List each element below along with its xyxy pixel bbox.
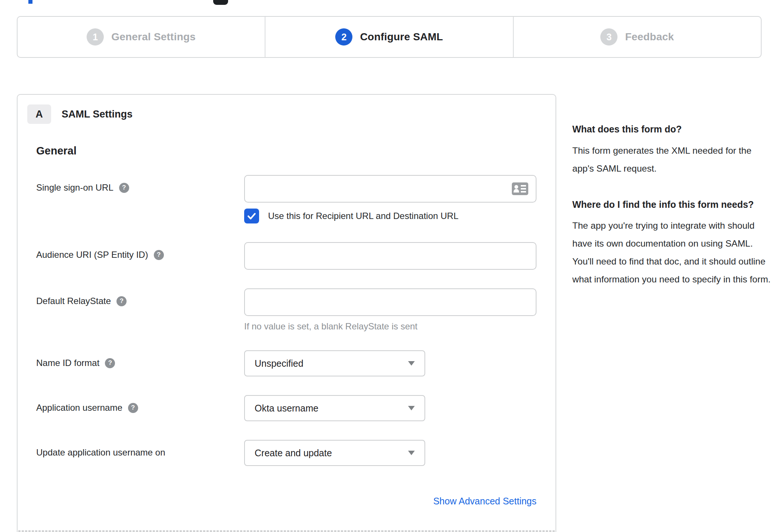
audience-uri-input[interactable] bbox=[244, 242, 536, 270]
field-row-name-id-format: Name ID format ? Unspecified bbox=[36, 350, 556, 376]
contact-card-icon bbox=[512, 182, 528, 197]
sso-url-label: Single sign-on URL bbox=[36, 182, 113, 193]
application-username-select[interactable]: Okta username bbox=[244, 395, 425, 421]
field-row-sso-url: Single sign-on URL ? bbox=[36, 175, 556, 223]
sidebar-paragraph-where: The app you're trying to integrate with … bbox=[572, 217, 774, 288]
field-row-update-username: Update application username on Create an… bbox=[36, 440, 556, 466]
sidebar-heading-what: What does this form do? bbox=[572, 122, 774, 137]
help-icon[interactable]: ? bbox=[128, 403, 138, 413]
step-number-badge: 3 bbox=[600, 28, 617, 46]
cutoff-dark-icon-fragment bbox=[213, 0, 228, 5]
sso-url-input-wrap bbox=[244, 175, 536, 203]
chevron-down-icon bbox=[408, 451, 415, 455]
panel-header: A SAML Settings bbox=[27, 104, 556, 124]
step-feedback[interactable]: 3 Feedback bbox=[513, 17, 761, 57]
panel-bottom-dashed-divider bbox=[18, 531, 555, 532]
field-row-audience-uri: Audience URI (SP Entity ID) ? bbox=[36, 242, 556, 270]
step-number-badge: 1 bbox=[87, 28, 104, 46]
step-configure-saml[interactable]: 2 Configure SAML bbox=[265, 17, 513, 57]
cutoff-blue-fragment bbox=[28, 0, 32, 4]
recipient-url-checkbox[interactable] bbox=[244, 209, 259, 223]
field-label-wrap: Default RelayState ? bbox=[36, 288, 244, 306]
application-username-label: Application username bbox=[36, 403, 122, 413]
step-label: Feedback bbox=[625, 31, 674, 43]
field-control: Create and update bbox=[244, 440, 536, 466]
relaystate-input[interactable] bbox=[244, 288, 536, 316]
name-id-format-label: Name ID format bbox=[36, 358, 99, 368]
field-control bbox=[244, 242, 536, 270]
show-advanced-settings-link[interactable]: Show Advanced Settings bbox=[433, 496, 536, 506]
wizard-stepper: 1 General Settings 2 Configure SAML 3 Fe… bbox=[17, 16, 762, 58]
field-row-application-username: Application username ? Okta username bbox=[36, 395, 556, 421]
step-label: Configure SAML bbox=[360, 31, 443, 43]
update-username-select[interactable]: Create and update bbox=[244, 440, 425, 466]
recipient-url-checkbox-row: Use this for Recipient URL and Destinati… bbox=[244, 209, 536, 223]
advanced-settings-row: Show Advanced Settings bbox=[36, 496, 536, 507]
help-icon[interactable]: ? bbox=[154, 250, 164, 260]
step-general-settings[interactable]: 1 General Settings bbox=[18, 17, 265, 57]
help-icon[interactable]: ? bbox=[116, 296, 127, 306]
field-label-wrap: Application username ? bbox=[36, 395, 244, 413]
selected-value: Unspecified bbox=[255, 358, 304, 369]
audience-uri-label: Audience URI (SP Entity ID) bbox=[36, 250, 148, 260]
field-row-relaystate: Default RelayState ? If no value is set,… bbox=[36, 288, 556, 332]
field-label-wrap: Single sign-on URL ? bbox=[36, 175, 244, 193]
saml-settings-panel: A SAML Settings General Single sign-on U… bbox=[17, 94, 556, 532]
field-control: If no value is set, a blank RelayState i… bbox=[244, 288, 536, 332]
selected-value: Okta username bbox=[255, 403, 318, 414]
recipient-url-checkbox-label[interactable]: Use this for Recipient URL and Destinati… bbox=[268, 211, 458, 221]
field-control: Unspecified bbox=[244, 350, 536, 376]
field-label-wrap: Name ID format ? bbox=[36, 350, 244, 368]
update-username-label: Update application username on bbox=[36, 447, 165, 458]
checkmark-icon bbox=[246, 211, 257, 221]
general-section-title: General bbox=[36, 145, 556, 157]
help-icon[interactable]: ? bbox=[105, 358, 115, 368]
help-sidebar: What does this form do? This form genera… bbox=[572, 122, 774, 309]
step-number-badge: 2 bbox=[335, 28, 352, 46]
field-control: Use this for Recipient URL and Destinati… bbox=[244, 175, 536, 223]
chevron-down-icon bbox=[408, 406, 415, 410]
field-label-wrap: Update application username on bbox=[36, 440, 244, 458]
field-control: Okta username bbox=[244, 395, 536, 421]
sso-url-input[interactable] bbox=[244, 175, 536, 203]
section-a-badge: A bbox=[27, 104, 51, 124]
saml-form: Single sign-on URL ? bbox=[36, 175, 556, 507]
sidebar-heading-where: Where do I find the info this form needs… bbox=[572, 198, 774, 212]
step-label: General Settings bbox=[111, 31, 196, 43]
field-label-wrap: Audience URI (SP Entity ID) ? bbox=[36, 242, 244, 260]
relaystate-label: Default RelayState bbox=[36, 296, 111, 306]
sidebar-paragraph-what: This form generates the XML needed for t… bbox=[572, 142, 774, 178]
relaystate-hint: If no value is set, a blank RelayState i… bbox=[244, 321, 536, 332]
panel-title: SAML Settings bbox=[62, 109, 133, 120]
name-id-format-select[interactable]: Unspecified bbox=[244, 350, 425, 376]
help-icon[interactable]: ? bbox=[119, 183, 129, 193]
chevron-down-icon bbox=[408, 361, 415, 366]
selected-value: Create and update bbox=[255, 448, 332, 459]
